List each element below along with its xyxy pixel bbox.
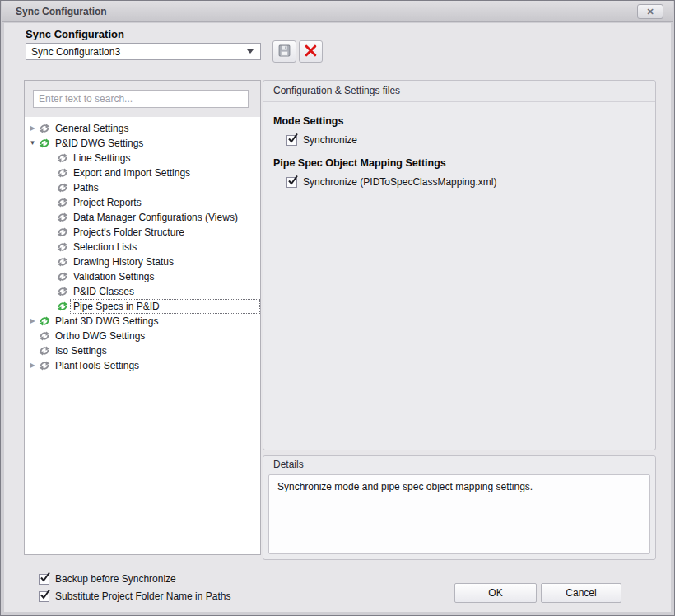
- tree-item[interactable]: Drawing History Status: [25, 254, 260, 269]
- tree-item[interactable]: P&ID Classes: [25, 284, 260, 299]
- save-configuration-button[interactable]: [272, 40, 296, 63]
- tree-item-label: PlantTools Settings: [52, 358, 260, 373]
- footer-checkbox-substitute-slot: Substitute Project Folder Name in Paths: [26, 583, 230, 602]
- sync-arrows-icon: [57, 182, 68, 194]
- tree-item[interactable]: ▶ General Settings: [25, 121, 260, 136]
- tree-item[interactable]: Project's Folder Structure: [25, 225, 260, 240]
- sync-arrows-icon: [57, 167, 68, 179]
- tree-item-label: Validation Settings: [70, 269, 260, 284]
- delete-configuration-button[interactable]: [299, 40, 323, 63]
- tree-item-label: Project Reports: [70, 195, 260, 210]
- footer-checkbox-backup-slot: Backup before Synchronize: [26, 566, 176, 585]
- checkbox-label: Substitute Project Folder Name in Paths: [55, 590, 230, 602]
- delete-icon: [304, 44, 318, 60]
- sync-arrows-icon: [57, 197, 68, 208]
- configuration-settings-panel: Configuration & Settings files Mode Sett…: [263, 80, 656, 450]
- tree-item-label: Ortho DWG Settings: [52, 329, 260, 343]
- tree-item-label: Project's Folder Structure: [70, 225, 260, 240]
- checkbox-checked-icon[interactable]: [286, 135, 297, 146]
- ok-button[interactable]: OK: [454, 583, 537, 603]
- tree-item[interactable]: Iso Settings: [25, 343, 260, 358]
- configuration-panel-body: Mode Settings SynchronizePipe Spec Objec…: [263, 102, 655, 189]
- checkbox-row-synchronize-1[interactable]: Synchronize (PIDToSpecClassMapping.xml): [286, 176, 645, 188]
- expand-icon[interactable]: ▶: [27, 358, 38, 373]
- close-icon: ✕: [646, 7, 654, 16]
- chevron-down-icon[interactable]: [247, 49, 254, 54]
- tree-item-label: P&ID Classes: [70, 284, 260, 299]
- tree-item-label: Pipe Specs in P&ID: [70, 299, 260, 314]
- tree-item[interactable]: Data Manager Configurations (Views): [25, 210, 260, 225]
- details-panel: Details Synchronize mode and pipe spec o…: [263, 455, 656, 560]
- sync-arrows-icon: [39, 315, 50, 327]
- sync-arrows-icon: [39, 123, 50, 134]
- tree-item[interactable]: Pipe Specs in P&ID: [25, 299, 260, 314]
- tree-item[interactable]: Validation Settings: [25, 269, 260, 284]
- details-panel-title: Details: [263, 456, 655, 474]
- details-text: Synchronize mode and pipe spec object ma…: [268, 474, 650, 554]
- tree-item[interactable]: Selection Lists: [25, 240, 260, 254]
- section-heading: Mode Settings: [273, 115, 645, 127]
- tree-item-label: Selection Lists: [70, 240, 260, 254]
- tree-item[interactable]: Ortho DWG Settings: [25, 329, 260, 343]
- tree-item-label: Line Settings: [70, 151, 260, 166]
- tree-item[interactable]: ▼ P&ID DWG Settings: [25, 136, 260, 151]
- tree-item-label: Data Manager Configurations (Views): [70, 210, 260, 225]
- sync-arrows-icon: [57, 152, 68, 164]
- tree-item-label: Plant 3D DWG Settings: [52, 314, 260, 329]
- sync-arrows-icon: [39, 345, 50, 357]
- tree-item[interactable]: Paths: [25, 180, 260, 195]
- tree-item-label: Iso Settings: [52, 343, 260, 358]
- window-title: Sync Configuration: [2, 6, 107, 17]
- checkbox-row-synchronize-0[interactable]: Synchronize: [286, 134, 645, 146]
- tree-item[interactable]: Line Settings: [25, 151, 260, 166]
- tree-item[interactable]: Export and Import Settings: [25, 166, 260, 180]
- sync-arrows-icon: [57, 286, 68, 297]
- search-strip: [25, 81, 260, 117]
- section-heading: Pipe Spec Object Mapping Settings: [273, 157, 645, 169]
- sync-arrows-icon: [57, 271, 68, 282]
- search-input[interactable]: [33, 90, 249, 108]
- tree-item-label: P&ID DWG Settings: [52, 136, 260, 151]
- tree-item[interactable]: Project Reports: [25, 195, 260, 210]
- sync-arrows-icon: [57, 226, 68, 238]
- tree: ▶ General Settings▼ P&ID DWG Settings Li…: [25, 117, 260, 373]
- save-icon: [277, 44, 291, 60]
- sync-arrows-icon: [39, 138, 50, 149]
- expand-icon[interactable]: ▶: [27, 314, 38, 329]
- sync-configuration-dialog: Sync Configuration ✕ Sync Configuration …: [0, 0, 675, 616]
- tree-item[interactable]: ▶ Plant 3D DWG Settings: [25, 314, 260, 329]
- checkbox-row-footer-1[interactable]: Substitute Project Folder Name in Paths: [39, 590, 230, 602]
- sync-configuration-combobox[interactable]: Sync Configuration3: [26, 43, 261, 60]
- sync-arrows-icon: [57, 212, 68, 223]
- configuration-panel-title: Configuration & Settings files: [263, 81, 655, 102]
- checkbox-checked-icon[interactable]: [39, 591, 49, 602]
- sync-arrows-icon: [57, 301, 68, 312]
- sync-arrows-icon: [57, 241, 68, 253]
- sync-arrows-icon: [57, 256, 68, 268]
- combobox-value: Sync Configuration3: [26, 46, 247, 58]
- tree-item-label: Drawing History Status: [70, 254, 260, 269]
- close-button[interactable]: ✕: [637, 4, 663, 19]
- sync-arrows-icon: [39, 330, 50, 342]
- checkbox-checked-icon[interactable]: [286, 177, 297, 188]
- tree-item-label: Paths: [70, 180, 260, 195]
- sync-configuration-label: Sync Configuration: [26, 28, 124, 40]
- tree-item-label: Export and Import Settings: [70, 166, 260, 180]
- expand-icon[interactable]: ▶: [27, 121, 38, 136]
- checkbox-label: Synchronize (PIDToSpecClassMapping.xml): [303, 176, 496, 188]
- settings-tree-panel: ▶ General Settings▼ P&ID DWG Settings Li…: [24, 80, 261, 555]
- cancel-button[interactable]: Cancel: [541, 583, 621, 603]
- sync-arrows-icon: [39, 360, 50, 371]
- checkbox-label: Synchronize: [303, 134, 357, 146]
- collapse-icon[interactable]: ▼: [27, 136, 38, 151]
- dialog-client-area: Sync Configuration Sync Configuration3 ▶…: [4, 23, 671, 612]
- tree-item-label: General Settings: [52, 121, 260, 136]
- tree-item[interactable]: ▶ PlantTools Settings: [25, 358, 260, 373]
- titlebar: Sync Configuration: [2, 1, 673, 22]
